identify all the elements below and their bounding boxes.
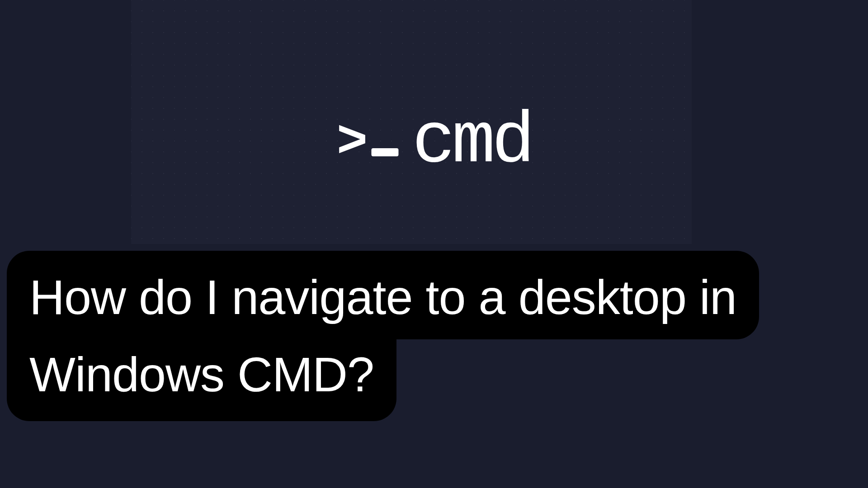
cursor-underscore-icon	[371, 148, 398, 156]
terminal-prompt-icon: >	[336, 117, 398, 169]
chevron-right-icon: >	[336, 117, 368, 169]
cmd-logo: > cmd	[336, 106, 531, 178]
logo-text: cmd	[412, 106, 531, 178]
question-line-1: How do I navigate to a desktop in	[7, 251, 759, 339]
question-line-2: Windows CMD?	[7, 337, 396, 421]
question-heading: How do I navigate to a desktop in Window…	[7, 251, 759, 421]
